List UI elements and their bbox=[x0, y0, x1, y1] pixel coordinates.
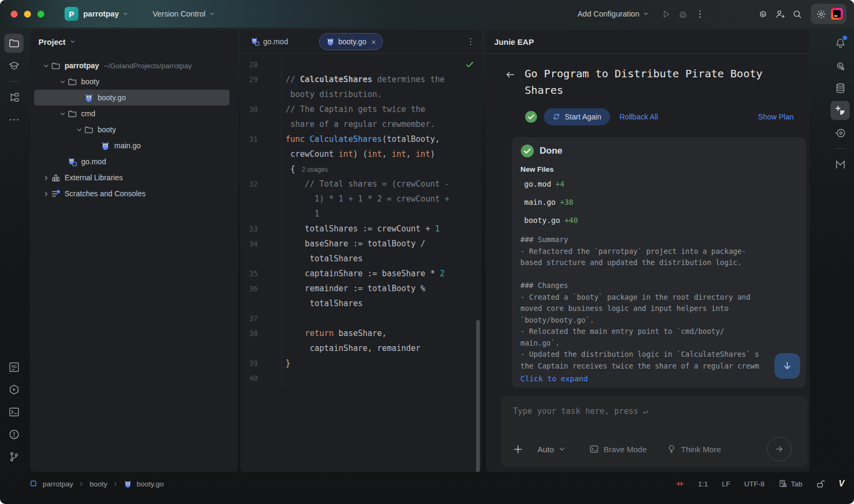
maximize-window-button[interactable] bbox=[37, 11, 44, 18]
chevron-right-icon[interactable] bbox=[41, 174, 51, 182]
rollback-all-link[interactable]: Rollback All bbox=[620, 113, 658, 121]
code-line: { 2 usages bbox=[240, 162, 481, 177]
notifications-icon[interactable] bbox=[831, 34, 850, 53]
show-plan-link[interactable]: Show Plan bbox=[758, 113, 794, 121]
search-icon[interactable] bbox=[788, 5, 805, 22]
settings-gear-icon[interactable] bbox=[815, 5, 827, 22]
think-more-toggle[interactable]: Think More bbox=[667, 444, 721, 454]
scratches-icon bbox=[51, 189, 61, 198]
project-folder-icon[interactable] bbox=[4, 34, 23, 53]
more-icon[interactable] bbox=[4, 110, 23, 129]
caret-position[interactable]: 1:1 bbox=[698, 480, 708, 488]
ai-assistant-icon[interactable] bbox=[754, 5, 771, 22]
teamcity-icon[interactable]: TC bbox=[4, 357, 23, 377]
run-configuration-select[interactable]: Add Configuration bbox=[578, 10, 650, 18]
version-control-button[interactable]: Version Control bbox=[153, 10, 205, 18]
breadcrumb-item[interactable]: booty bbox=[90, 480, 107, 488]
tab-options-kebab-icon[interactable] bbox=[465, 36, 476, 47]
code-text bbox=[282, 311, 286, 326]
code-token: 1) * 1 + 1 * 2 = crewCount + bbox=[286, 194, 449, 204]
tree-item-cmd[interactable]: cmd bbox=[34, 106, 230, 122]
terminal-icon[interactable] bbox=[4, 402, 23, 421]
mode-select[interactable]: Auto bbox=[537, 444, 567, 454]
code-text: } bbox=[282, 356, 290, 371]
workspace: TC Project parrotpay~/GolandProjects/par… bbox=[0, 28, 854, 472]
chevron-down-icon[interactable] bbox=[69, 38, 76, 45]
code-line: captainShare, remainder bbox=[240, 341, 481, 356]
chevron-down-icon[interactable] bbox=[41, 62, 51, 70]
vim-plugin-icon[interactable]: V bbox=[839, 479, 844, 489]
jetbrains-logo-icon[interactable] bbox=[831, 8, 843, 20]
send-button[interactable] bbox=[767, 437, 792, 461]
tree-item-scratches-and-consoles[interactable]: Scratches and Consoles bbox=[34, 186, 230, 202]
inward-arrows-icon[interactable] bbox=[676, 479, 684, 488]
problems-icon[interactable] bbox=[4, 425, 23, 444]
extlib-icon bbox=[51, 173, 61, 182]
attach-plus-button[interactable] bbox=[513, 444, 523, 454]
editor-scrollbar[interactable] bbox=[476, 320, 480, 472]
line-number: 32 bbox=[240, 177, 282, 191]
tree-item-go-mod[interactable]: go.mod bbox=[34, 154, 230, 170]
start-again-button[interactable]: Start Again bbox=[544, 108, 610, 125]
tree-item-booty-go[interactable]: booty.go bbox=[34, 90, 230, 106]
task-input-card[interactable]: Type your task here, press ↵ Auto Brave … bbox=[501, 396, 808, 467]
minimize-window-button[interactable] bbox=[24, 11, 31, 18]
project-panel-header[interactable]: Project bbox=[30, 30, 238, 53]
changed-file-row[interactable]: go.mod+4 bbox=[520, 180, 797, 191]
tree-item-parrotpay[interactable]: parrotpay~/GolandProjects/parrotpay bbox=[34, 58, 230, 74]
chevron-down-icon[interactable] bbox=[74, 126, 84, 134]
breadcrumb-item[interactable]: booty.go bbox=[137, 480, 164, 488]
chevron-down-icon[interactable] bbox=[208, 10, 216, 18]
breadcrumb-item[interactable]: parrotpay bbox=[43, 480, 73, 488]
ai-assistant-icon[interactable] bbox=[831, 56, 850, 75]
tab-go-mod[interactable]: go.mod bbox=[244, 34, 295, 50]
close-window-button[interactable] bbox=[11, 11, 18, 18]
tab-label: booty.go bbox=[338, 37, 367, 46]
run-play-icon[interactable] bbox=[657, 5, 674, 22]
debug-icon[interactable] bbox=[674, 5, 691, 22]
maven-icon[interactable] bbox=[831, 155, 850, 174]
scroll-to-bottom-button[interactable] bbox=[774, 353, 800, 379]
dependencies-icon[interactable] bbox=[831, 123, 850, 142]
services-icon[interactable] bbox=[4, 380, 23, 399]
chevron-down-icon[interactable] bbox=[122, 10, 129, 18]
code-line: 29// CalculateShares determines the bbox=[240, 72, 481, 87]
inspection-ok-icon[interactable] bbox=[465, 60, 474, 71]
lines-added-badge: +40 bbox=[564, 216, 578, 225]
tree-item-external-libraries[interactable]: External Libraries bbox=[34, 170, 230, 186]
back-arrow-icon[interactable] bbox=[505, 69, 516, 99]
brave-mode-toggle[interactable]: Brave Mode bbox=[589, 444, 647, 454]
code-text: // Total shares = (crewCount - bbox=[282, 177, 449, 191]
learn-icon[interactable] bbox=[4, 56, 23, 75]
chevron-down-icon[interactable] bbox=[57, 110, 68, 118]
indent-selector[interactable]: Tab bbox=[779, 479, 803, 488]
tree-item-label: External Libraries bbox=[65, 173, 123, 182]
kebab-menu-icon[interactable] bbox=[691, 5, 708, 22]
project-name-button[interactable]: parrotpay bbox=[83, 10, 119, 18]
git-branch-icon[interactable] bbox=[4, 447, 23, 466]
database-icon[interactable] bbox=[831, 78, 850, 98]
add-user-icon[interactable] bbox=[771, 5, 788, 22]
tree-item-booty[interactable]: booty bbox=[34, 74, 230, 90]
code-token: // The Captain gets twice the bbox=[286, 105, 425, 114]
toolbar-divider bbox=[835, 148, 845, 149]
lock-open-icon[interactable] bbox=[816, 479, 825, 488]
code-token: , bbox=[382, 149, 392, 159]
line-separator-selector[interactable]: LF bbox=[722, 480, 731, 488]
junie-icon[interactable] bbox=[831, 101, 850, 120]
tree-item-main-go[interactable]: main.go bbox=[34, 138, 230, 154]
structure-icon[interactable] bbox=[4, 87, 23, 107]
chevron-right-icon[interactable] bbox=[41, 190, 51, 198]
code-editor[interactable]: 2829// CalculateShares determines the bo… bbox=[240, 54, 481, 472]
changed-file-row[interactable]: booty.go+40 bbox=[520, 216, 797, 228]
close-icon[interactable]: × bbox=[371, 38, 376, 46]
encoding-selector[interactable]: UTF-8 bbox=[744, 480, 764, 488]
tab-booty-go[interactable]: booty.go × bbox=[319, 33, 383, 50]
code-token: 2 bbox=[440, 269, 445, 278]
tree-item-booty[interactable]: booty bbox=[34, 122, 230, 138]
chevron-down-icon[interactable] bbox=[57, 78, 68, 86]
click-to-expand-link[interactable]: Click to expand bbox=[520, 374, 797, 383]
code-token: captainShare, remainder bbox=[286, 343, 421, 353]
tree-item-label: main.go bbox=[114, 141, 141, 150]
changed-file-row[interactable]: main.go+38 bbox=[520, 198, 797, 210]
